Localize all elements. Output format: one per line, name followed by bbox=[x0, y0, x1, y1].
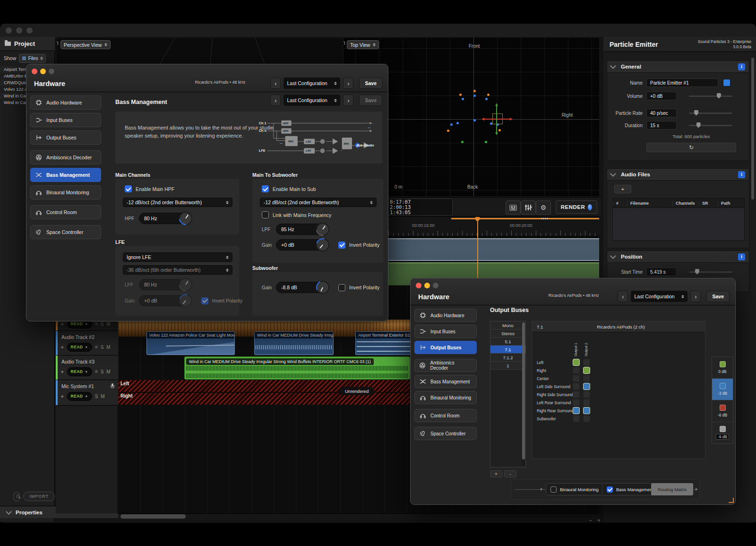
sidebar-item-bass-management[interactable]: Bass Management bbox=[414, 375, 477, 388]
hpf-filter-dropdown[interactable]: -12 dB/oct (2nd order Butterworth) bbox=[123, 198, 232, 207]
routing-matrix-button[interactable]: Routing Matrix bbox=[651, 483, 693, 495]
volume-field[interactable]: +0 dB bbox=[646, 92, 677, 100]
main-window-titlebar[interactable] bbox=[0, 24, 756, 37]
bus-item-7-1[interactable]: 7.1 bbox=[490, 346, 525, 354]
link-mains-checkbox[interactable] bbox=[262, 211, 269, 218]
sidebar-item-control-room[interactable]: Control Room bbox=[30, 205, 101, 219]
clip-volvo[interactable]: Volvo 122 Amazon Police Car Seat Light M… bbox=[146, 331, 235, 355]
matrix-cell[interactable] bbox=[573, 367, 580, 374]
prev-config-button[interactable]: ‹ bbox=[270, 95, 281, 106]
next-config-button[interactable]: › bbox=[690, 291, 701, 302]
clip-wind-blue[interactable]: Wind in Car MEDIUM Drive Steady Irregula… bbox=[254, 331, 334, 355]
prev-config-button[interactable]: ‹ bbox=[270, 78, 281, 89]
save-button[interactable]: Save bbox=[706, 291, 730, 302]
sidebar-item-output-buses[interactable]: Output Buses bbox=[414, 341, 477, 354]
minimize-button[interactable] bbox=[16, 27, 22, 34]
subwoofer-gain-knob[interactable] bbox=[316, 281, 329, 294]
matrix-cell[interactable] bbox=[573, 375, 580, 382]
section-general-header[interactable]: General i bbox=[607, 61, 749, 73]
slider-thumb[interactable] bbox=[717, 93, 721, 99]
bass-management-checkbox[interactable] bbox=[607, 486, 613, 493]
lfe-gain-field[interactable]: +0 dB bbox=[139, 295, 191, 306]
matrix-cell[interactable] bbox=[573, 415, 580, 422]
save-button[interactable]: Save bbox=[359, 95, 382, 106]
clip-airport[interactable]: Airport Terminal Exterior S15 000... bbox=[355, 331, 411, 355]
subwoofer-gain-field[interactable]: -8.8 dB bbox=[276, 282, 328, 293]
matrix-cell[interactable] bbox=[573, 407, 580, 414]
audio-files-table[interactable]: #FilenameChannelsSRPath bbox=[612, 198, 745, 241]
matrix-cell[interactable] bbox=[583, 383, 590, 390]
lfe-invert-polarity-checkbox[interactable] bbox=[201, 297, 208, 304]
sub-lpf-knob[interactable] bbox=[316, 223, 329, 236]
track-name[interactable]: Audio Track #3 bbox=[61, 359, 94, 364]
slider-thumb[interactable] bbox=[696, 122, 701, 128]
chevron-down-icon[interactable] bbox=[610, 253, 616, 259]
add-automation-icon[interactable]: + bbox=[60, 369, 64, 375]
duration-slider[interactable] bbox=[689, 125, 732, 126]
loop-region-handle[interactable] bbox=[541, 218, 549, 219]
lfe-gain-knob[interactable] bbox=[179, 294, 192, 307]
chevron-down-icon[interactable] bbox=[610, 171, 616, 177]
matrix-cell[interactable] bbox=[573, 399, 580, 406]
hpf-frequency-knob[interactable] bbox=[179, 212, 192, 225]
close-button[interactable] bbox=[6, 27, 12, 34]
remove-bus-button[interactable]: - bbox=[504, 470, 516, 477]
search-icon[interactable] bbox=[13, 492, 20, 502]
mute-button[interactable]: M bbox=[101, 394, 104, 399]
files-dropdown[interactable]: ▦ Files bbox=[19, 54, 46, 63]
add-automation-icon[interactable]: + bbox=[60, 344, 64, 350]
track-name[interactable]: Audio Track #2 bbox=[61, 334, 94, 340]
bus-item-1[interactable]: 1 bbox=[490, 362, 525, 370]
bus-item-mono[interactable]: Mono bbox=[490, 321, 525, 329]
next-config-button[interactable]: › bbox=[343, 78, 353, 89]
close-button[interactable] bbox=[416, 283, 421, 288]
zoom-button[interactable] bbox=[26, 27, 33, 34]
close-button[interactable] bbox=[32, 69, 37, 74]
timecode-display[interactable]: 0:17:07 2:00:13 1:43:05 bbox=[387, 199, 453, 216]
sidebar-item-audio-hardware[interactable]: Audio Hardware bbox=[414, 309, 477, 322]
track-header-2[interactable]: Audio Track #2 + READ▼ S M bbox=[56, 331, 118, 355]
binaural-monitoring-checkbox[interactable] bbox=[550, 486, 557, 493]
sidebar-item-control-room[interactable]: Control Room bbox=[414, 409, 477, 422]
add-bus-button[interactable]: + bbox=[490, 470, 502, 477]
top-view-selector[interactable]: Top View bbox=[347, 40, 379, 49]
configuration-dropdown[interactable]: Last Configuration bbox=[631, 291, 687, 302]
hpf-frequency-field[interactable]: 80 Hz bbox=[139, 213, 191, 224]
add-audio-file-button[interactable]: + bbox=[614, 185, 631, 193]
sidebar-item-space-controller[interactable]: Space Controller bbox=[30, 225, 101, 239]
mute-button[interactable]: M bbox=[106, 321, 110, 327]
matrix-cell[interactable] bbox=[583, 367, 590, 374]
minimize-button[interactable] bbox=[424, 283, 430, 288]
enable-main-hpf-checkbox[interactable] bbox=[125, 185, 132, 192]
lfe-lpf-field[interactable]: 80 Hz bbox=[139, 279, 191, 290]
sidebar-item-output-buses[interactable]: Output Buses bbox=[30, 130, 101, 145]
legend-item--9-db[interactable]: -9 dB bbox=[712, 422, 733, 443]
clip-wind-green[interactable]: Wind in Car MEDIUM Drive Steady Irregula… bbox=[184, 356, 410, 380]
matrix-cell[interactable] bbox=[583, 391, 590, 398]
subwoofer-invert-polarity-checkbox[interactable] bbox=[338, 284, 345, 291]
binaural-monitoring-toggle[interactable]: Binaural Monitoring bbox=[546, 483, 603, 495]
sidebar-item-binaural-monitoring[interactable]: Binaural Monitoring bbox=[414, 391, 477, 404]
rate-slider[interactable] bbox=[689, 113, 732, 114]
zoom-button[interactable] bbox=[433, 283, 438, 288]
solo-button[interactable]: S bbox=[95, 394, 98, 399]
legend-item--6-db[interactable]: -6 dB bbox=[712, 400, 733, 422]
slider-thumb[interactable] bbox=[695, 269, 699, 275]
record-enable-dot[interactable] bbox=[95, 322, 98, 325]
import-button[interactable]: IMPORT bbox=[23, 492, 55, 501]
sub-invert-polarity-checkbox[interactable] bbox=[338, 242, 345, 249]
main-to-sub-filter-dropdown[interactable]: -12 dB/oct (2nd order Butterworth) bbox=[260, 198, 377, 207]
zoom-out-button[interactable]: − bbox=[589, 517, 592, 524]
dialog-header[interactable]: Hardware Ricardo's AirPods • 48 kHz ‹ La… bbox=[411, 278, 735, 305]
sidebar-item-input-buses[interactable]: Input Buses bbox=[414, 325, 477, 338]
mute-button[interactable]: M bbox=[106, 369, 110, 374]
emitter-color-button[interactable] bbox=[723, 79, 730, 87]
automation-mode-dropdown[interactable]: READ▼ bbox=[67, 343, 92, 352]
matrix-cell[interactable] bbox=[583, 399, 590, 406]
render-settings-button[interactable] bbox=[506, 200, 521, 215]
horizontal-scrollbar[interactable] bbox=[118, 513, 599, 520]
sub-lpf-field[interactable]: 85 Hz bbox=[276, 224, 328, 235]
info-icon[interactable]: i bbox=[738, 63, 745, 70]
configuration-dropdown[interactable]: Last Configuration bbox=[284, 95, 340, 106]
section-position-header[interactable]: Position i bbox=[607, 251, 749, 263]
